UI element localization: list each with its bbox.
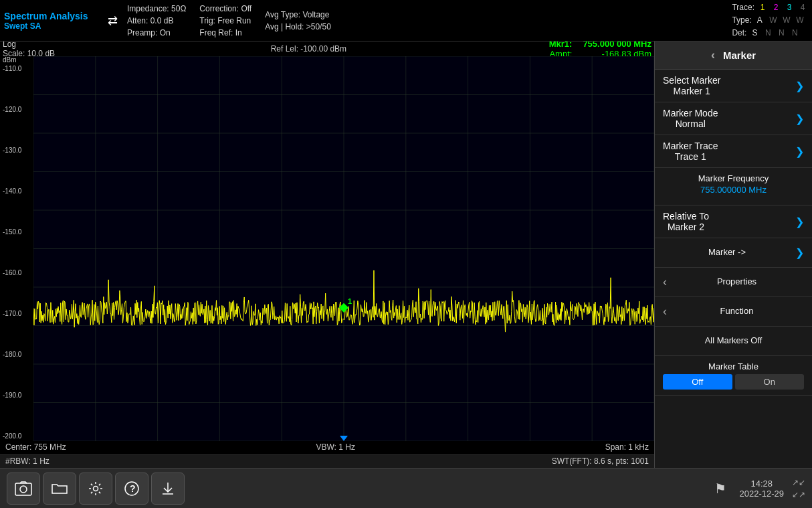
marker-table-off-btn[interactable]: Off bbox=[663, 374, 732, 390]
marker-arrow-chevron: ❯ bbox=[795, 246, 804, 259]
trig-label: Trig: Free Run bbox=[199, 15, 251, 27]
function-item[interactable]: ‹ Function bbox=[655, 297, 812, 327]
main-area: Log Scale: 10.0 dB Ref Lel: -100.00 dBm … bbox=[0, 41, 812, 468]
marker-table-on-btn[interactable]: On bbox=[735, 374, 805, 390]
y-120: -120.0 bbox=[3, 106, 31, 113]
vbw-label: VBW: 1 Hz bbox=[66, 442, 605, 453]
det-4: N bbox=[789, 27, 800, 39]
type-4: W bbox=[795, 14, 805, 27]
y-110: -110.0 bbox=[3, 65, 31, 72]
span-label: Span: 1 kHz bbox=[605, 442, 649, 453]
type-1: A bbox=[754, 14, 765, 27]
trace-box: Trace: 1 2 3 4 Type: A W W W Det: S N N … bbox=[732, 1, 808, 40]
all-markers-off-label: All Markers Off bbox=[663, 335, 804, 347]
chart-bottom-bar: Center: 755 MHz VBW: 1 Hz Span: 1 kHz bbox=[0, 441, 654, 454]
det-2: N bbox=[763, 27, 773, 39]
all-markers-off-item[interactable]: All Markers Off bbox=[655, 327, 812, 356]
rbw-label: #RBW: 1 Hz bbox=[5, 456, 49, 467]
freqref-label: Freq Ref: In bbox=[199, 27, 251, 39]
marker-trace-label: Marker Trace Trace 1 bbox=[663, 141, 718, 162]
trace-1-num: 1 bbox=[757, 1, 768, 14]
properties-label: Properties bbox=[670, 276, 804, 288]
bottom-toolbar: ? ⚑ 14:28 2022-12-29 ↗↙ ↙↗ bbox=[0, 468, 812, 508]
panel-header: ‹ Marker bbox=[655, 41, 812, 70]
preamp-label: Preamp: On bbox=[127, 27, 186, 39]
marker-arrow-item[interactable]: Marker -> ❯ bbox=[655, 238, 812, 268]
spectrum-canvas bbox=[33, 56, 654, 441]
svg-point-1 bbox=[20, 486, 27, 493]
type-row: Type: A W W W bbox=[732, 14, 808, 27]
relative-to-item[interactable]: Relative To Marker 2 ❯ bbox=[655, 205, 812, 238]
marker-mode-item[interactable]: Marker Mode Normal ❯ bbox=[655, 102, 812, 135]
det-label: Det: bbox=[732, 27, 746, 39]
clock-date: 2022-12-29 bbox=[740, 489, 785, 499]
relative-to-chevron: ❯ bbox=[795, 216, 804, 228]
center-freq-label: Center: 755 MHz bbox=[5, 442, 66, 453]
marker-trace-item[interactable]: Marker Trace Trace 1 ❯ bbox=[655, 135, 812, 168]
select-marker-label: Select Marker Marker 1 bbox=[663, 75, 720, 96]
trace-2-num: 2 bbox=[771, 1, 781, 14]
chart-area: dBm -110.0 -120.0 -130.0 -140.0 -150.0 -… bbox=[0, 56, 654, 441]
ref-level-label: Ref Lel: -100.00 dBm bbox=[68, 44, 549, 54]
select-marker-item[interactable]: Select Marker Marker 1 ❯ bbox=[655, 70, 812, 102]
marker-freq-title: Marker Frequency bbox=[663, 173, 804, 183]
download-button[interactable] bbox=[151, 473, 185, 505]
marker-icon: ⚑ bbox=[714, 481, 726, 497]
select-marker-chevron: ❯ bbox=[795, 80, 804, 92]
y-190: -190.0 bbox=[3, 392, 31, 399]
screenshot-button[interactable] bbox=[7, 473, 40, 505]
chart-container: Log Scale: 10.0 dB Ref Lel: -100.00 dBm … bbox=[0, 41, 654, 468]
marker-mode-label: Marker Mode Normal bbox=[663, 108, 718, 129]
header-params-1: Impedance: 50Ω Atten: 0.0 dB Preamp: On bbox=[127, 3, 186, 39]
y-180: -180.0 bbox=[3, 351, 31, 358]
trace-header-row: Trace: 1 2 3 4 bbox=[732, 1, 808, 14]
trace-4-num: 4 bbox=[797, 1, 808, 14]
clock-time: 14:28 bbox=[750, 479, 773, 489]
y-axis: dBm -110.0 -120.0 -130.0 -140.0 -150.0 -… bbox=[0, 56, 33, 441]
marker-table-toggle-buttons: Off On bbox=[663, 374, 804, 390]
correction-label: Correction: Off bbox=[199, 3, 251, 15]
dbm-unit: dBm bbox=[3, 56, 31, 64]
y-160: -160.0 bbox=[3, 269, 31, 276]
properties-item[interactable]: ‹ Properties bbox=[655, 268, 812, 297]
marker-trace-chevron: ❯ bbox=[795, 145, 804, 158]
trace-label: Trace: bbox=[732, 1, 754, 14]
relative-to-label: Relative To Marker 2 bbox=[663, 211, 709, 232]
svg-point-2 bbox=[94, 486, 98, 491]
folder-button[interactable] bbox=[43, 473, 76, 505]
header: Spectrum Analysis Swept SA ⇄ Impedance: … bbox=[0, 0, 812, 41]
svg-rect-0 bbox=[15, 483, 31, 495]
toolbar-icons-right: ↗↙ ↙↗ bbox=[792, 478, 805, 499]
y-170: -170.0 bbox=[3, 310, 31, 317]
y-200: -200.0 bbox=[3, 432, 31, 440]
det-row: Det: S N N N bbox=[732, 27, 808, 39]
swt-label: SWT(FFT): 8.6 s, pts: 1001 bbox=[552, 456, 649, 467]
panel-back-icon[interactable]: ‹ bbox=[711, 48, 715, 62]
mkr1-label: Mkr1: bbox=[549, 41, 573, 49]
det-1: S bbox=[749, 27, 760, 39]
y-axis-labels: -110.0 -120.0 -130.0 -140.0 -150.0 -160.… bbox=[3, 65, 31, 441]
function-back-icon: ‹ bbox=[663, 305, 667, 319]
help-button[interactable]: ? bbox=[115, 473, 148, 505]
type-2: W bbox=[768, 14, 779, 27]
toolbar-clock: 14:28 2022-12-29 bbox=[740, 479, 785, 499]
plot-area bbox=[33, 56, 654, 441]
function-label: Function bbox=[670, 306, 804, 317]
marker-arrow-label: Marker -> bbox=[663, 247, 791, 258]
mkr1-freq-val: 755.000 000 MHz bbox=[583, 41, 651, 49]
marker-mode-chevron: ❯ bbox=[795, 112, 804, 125]
sweep-icon: ⇄ bbox=[108, 13, 118, 28]
header-params-3: Avg Type: Voltage Avg | Hold: >50/50 bbox=[265, 9, 718, 33]
title-text: Spectrum Analysis bbox=[4, 11, 101, 21]
y-140: -140.0 bbox=[3, 187, 31, 195]
settings-button[interactable] bbox=[79, 473, 112, 505]
type-label: Type: bbox=[732, 14, 751, 27]
avghold-label: Avg | Hold: >50/50 bbox=[265, 21, 718, 33]
subtitle-text: Swept SA bbox=[4, 21, 101, 31]
app-title: Spectrum Analysis Swept SA bbox=[4, 11, 101, 31]
impedance-label: Impedance: 50Ω bbox=[127, 3, 186, 15]
type-3: W bbox=[781, 14, 792, 27]
marker-table-label: Marker Table bbox=[663, 361, 804, 371]
marker-freq-section[interactable]: Marker Frequency 755.000000 MHz bbox=[655, 168, 812, 205]
marker-table-toggle-row: Marker Table Off On bbox=[655, 356, 812, 396]
